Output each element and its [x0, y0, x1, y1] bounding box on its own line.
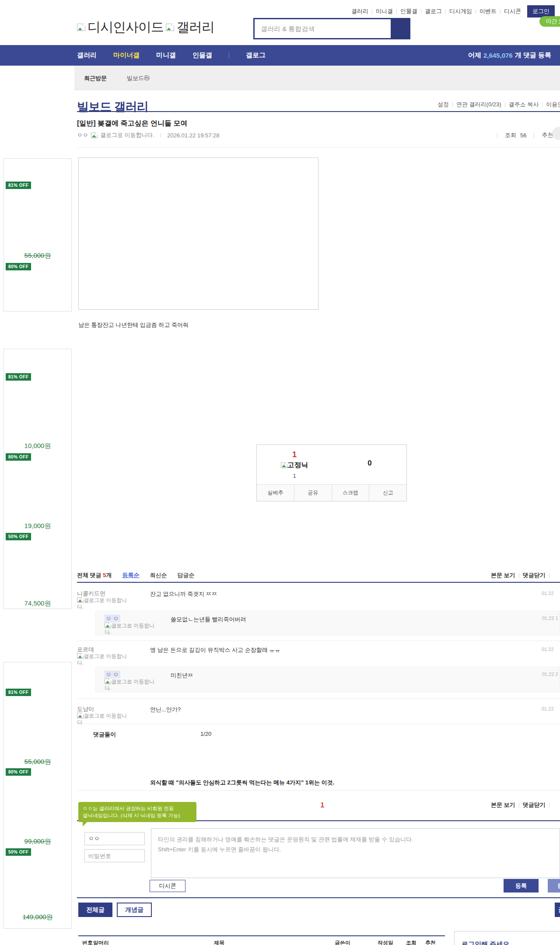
- top-link-minigall[interactable]: 미니갤: [376, 7, 393, 15]
- ad-price: 99,000원: [4, 837, 71, 846]
- comment-count-number: 2,645,076: [483, 52, 513, 59]
- reply-gallog-link[interactable]: 갤로그로 이동합니다.: [105, 623, 158, 636]
- nav-item-gallery[interactable]: 갤러리: [77, 51, 97, 60]
- close-comments-link[interactable]: 댓글닫기: [523, 571, 546, 579]
- vote-box: 1 고정닉 1 0 실베추 공유 스크랩 신고: [256, 444, 407, 501]
- comment-total-suffix: 개: [106, 572, 112, 578]
- usage-guide-link[interactable]: 이용안내: [546, 101, 560, 108]
- post-author[interactable]: ㅇㅇ: [77, 131, 88, 139]
- reply-text: 미친년ㅉ: [171, 672, 193, 679]
- comment-gallog-link[interactable]: 갤로그로 이동합니다.: [77, 597, 130, 610]
- share-button[interactable]: 공유: [294, 485, 332, 501]
- scrap-button[interactable]: 스크랩: [332, 485, 369, 501]
- col-date: 작성일: [378, 939, 393, 945]
- comment-nickname[interactable]: 니콜키드먼: [77, 590, 105, 598]
- side-ad[interactable]: 81% OFF 10,000원 80% OFF 19,000원 50% OFF …: [4, 349, 72, 609]
- password-field[interactable]: [84, 849, 145, 862]
- sort-registered[interactable]: 등록순: [122, 571, 139, 579]
- tooltip-line1: ㅇㅇ는 갤러리에서 권장하는 비회원 전용: [83, 805, 192, 812]
- all-posts-button[interactable]: 전체글: [78, 903, 112, 917]
- comment-pager-value[interactable]: 1/20: [200, 731, 211, 737]
- report-button[interactable]: 신고: [369, 485, 406, 501]
- side-ad[interactable]: 81% OFF 55,000원 80% OFF 99,000원 50% OFF …: [4, 662, 72, 929]
- nav-item-person-gallery[interactable]: 인물갤: [192, 51, 212, 60]
- post-title: [일반] 봊갤에 죽고싶은 언니들 모여: [77, 119, 187, 128]
- reply-nickname[interactable]: ㅇ ㅇ: [105, 615, 120, 623]
- ad-price: 149,000원: [4, 913, 71, 921]
- write-post-button[interactable]: 글쓰기: [555, 903, 560, 917]
- view-post-link[interactable]: 본문 보기: [491, 801, 515, 809]
- concept-posts-button[interactable]: 개념글: [117, 903, 152, 917]
- top-link-dccon[interactable]: 디시콘: [504, 7, 521, 15]
- comment-nickname[interactable]: 로르데: [77, 646, 94, 654]
- recent-visit-label[interactable]: 최근방문: [84, 74, 107, 82]
- ad-price: 10,000원: [4, 442, 71, 450]
- top-link-persongall[interactable]: 인물갤: [400, 7, 417, 15]
- view-post-link[interactable]: 본문 보기: [491, 571, 515, 579]
- comment-date: 01.22: [542, 706, 554, 711]
- discount-badge: 50% OFF: [6, 848, 31, 856]
- night-mode-toggle[interactable]: 야간 모드: [539, 16, 560, 27]
- upvote-badge: 고정닉: [257, 461, 332, 470]
- search-box: [253, 18, 392, 39]
- comment-page-current[interactable]: 1: [321, 801, 324, 808]
- comment-textarea[interactable]: 타인의 권리를 침해하거나 명예를 훼손하는 댓글은 운영원칙 및 관련 법률에…: [151, 828, 560, 878]
- comment-date: 01.22: [542, 591, 554, 596]
- comment-gallog-link[interactable]: 갤로그로 이동합니다.: [77, 653, 130, 666]
- dccon-button[interactable]: 디시콘: [150, 880, 186, 892]
- comment-text: 언닌...안가?: [150, 706, 181, 714]
- ad-banner-text[interactable]: 외식할 때 "의사들도 안심하고 2그릇씩 먹는다는 메뉴 4가지" 1위는 이…: [150, 779, 334, 787]
- reply-gallog-link[interactable]: 갤로그로 이동합니다.: [105, 679, 158, 692]
- divider: [229, 52, 229, 59]
- search-input[interactable]: [255, 19, 391, 38]
- nav-item-mini-gallery[interactable]: 미니갤: [156, 51, 176, 60]
- discount-badge: 81% OFF: [6, 182, 31, 189]
- divider: [549, 573, 550, 578]
- nav-item-gallog[interactable]: 갤로그: [246, 51, 266, 60]
- broken-image-icon: [77, 713, 84, 718]
- login-notice-text[interactable]: 로그인해 주세요: [462, 940, 509, 945]
- nickname-field[interactable]: [84, 832, 145, 845]
- silbechu-button[interactable]: 실베추: [257, 485, 294, 501]
- top-link-dcgame[interactable]: 디시게임: [449, 7, 472, 15]
- divider: [78, 935, 445, 936]
- post-date: 2026.01.22 19:57:28: [167, 132, 219, 139]
- submit-comment-button[interactable]: 등록: [504, 879, 539, 892]
- close-comments-link[interactable]: 댓글닫기: [523, 801, 546, 809]
- post-body-text: 남은 통장잔고 나년한테 입금좀 하고 죽어줘: [78, 321, 189, 329]
- divider: [452, 102, 453, 107]
- top-link-gallog[interactable]: 갤로그: [425, 7, 442, 15]
- site-logo[interactable]: 디시인사이드 갤러리: [77, 18, 214, 36]
- upvote-count: 1: [257, 450, 332, 459]
- gallog-link[interactable]: 갤로그로 이동합니다.: [100, 131, 154, 139]
- discount-badge: 80% OFF: [6, 263, 31, 270]
- divider: [77, 698, 560, 699]
- comments-footer-right: 본문 보기 댓글닫기: [491, 801, 553, 809]
- top-link-event[interactable]: 이벤트: [480, 7, 497, 15]
- comment-nickname[interactable]: 도냥이: [77, 705, 94, 713]
- settings-link[interactable]: 설정: [438, 101, 449, 108]
- sort-newest[interactable]: 최신순: [150, 571, 167, 579]
- copy-gallery-url-link[interactable]: 갤주소 복사: [509, 101, 539, 108]
- comment-pager-widget: 댓글돌이: [93, 731, 116, 738]
- submit-comment-button-secondary[interactable]: 등록: [548, 879, 560, 892]
- sort-replies[interactable]: 답글순: [177, 571, 194, 579]
- divider: [77, 582, 560, 583]
- divider: [372, 9, 372, 14]
- broken-image-icon: [281, 462, 287, 468]
- ad-price: 74,500원: [4, 599, 71, 608]
- visited-gallery-tab[interactable]: 빌보드ⓜ: [127, 74, 150, 82]
- top-link-gallery[interactable]: 갤러리: [351, 7, 368, 15]
- guest-nickname-tooltip: ㅇㅇ는 갤러리에서 권장하는 비회원 전용 갤닉네임입니다. (삭제 시 닉네임…: [78, 802, 196, 822]
- reply-row: ㅇ ㅇ 갤로그로 이동합니다. 쓸모없ㄴ는년들 빨리죽어버려 01.22 1: [95, 611, 560, 635]
- side-ad[interactable]: 81% OFF 55,000원 80% OFF: [4, 158, 72, 312]
- related-galleries-link[interactable]: 연관 갤러리(0/23): [456, 101, 501, 108]
- broken-image-icon: [91, 133, 98, 138]
- nav-item-minor-gallery[interactable]: 마이너갤: [113, 51, 140, 60]
- reply-nickname[interactable]: ㅇ ㅇ: [105, 671, 120, 679]
- login-button[interactable]: 로그인: [527, 5, 555, 18]
- ad-price: 19,000원: [4, 522, 71, 530]
- reply-date: 01.22 1: [542, 616, 558, 621]
- page-title: 빌보드 갤러리: [77, 99, 148, 115]
- search-button[interactable]: [392, 18, 410, 39]
